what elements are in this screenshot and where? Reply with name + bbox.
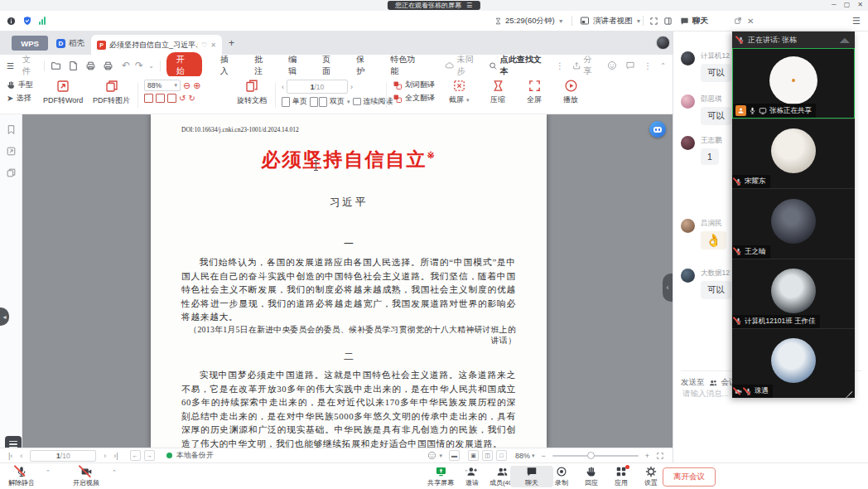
avatar[interactable] <box>681 219 695 233</box>
chat-popout-icon[interactable] <box>734 11 742 31</box>
maximize-button[interactable]: ▢ <box>844 0 851 10</box>
watching-banner[interactable]: 您正在观看张栋的屏幕 ☰ <box>388 1 480 10</box>
pdf-to-word-button[interactable]: PDF转Word <box>43 79 83 106</box>
pdf-page[interactable]: DOI:10.16634/j.cnki.cn23-1001/d.2024.14.… <box>151 114 547 448</box>
fit-page-icon[interactable] <box>144 94 153 103</box>
sticker-icon[interactable] <box>607 61 617 70</box>
print-preview-icon[interactable] <box>103 61 113 71</box>
comment-bubble-icon[interactable] <box>625 61 635 70</box>
open-file-icon[interactable] <box>51 61 61 71</box>
forward-icon[interactable]: → <box>144 450 155 461</box>
zoom-combobox[interactable]: 88%▾ <box>144 80 181 91</box>
export-icon[interactable] <box>6 146 17 157</box>
page-fit-icon[interactable]: ▣ <box>468 450 479 461</box>
unmute-button[interactable]: 解除静音 <box>0 466 43 487</box>
security-shield-icon[interactable] <box>22 11 32 31</box>
statusbar-page-box[interactable]: 1/10 <box>30 450 96 462</box>
new-tab-button[interactable]: + <box>229 37 234 49</box>
rotate-right-icon[interactable]: ↻ <box>188 94 195 103</box>
avatar[interactable] <box>681 136 695 150</box>
last-page-icon[interactable]: ›| <box>113 452 118 460</box>
tab-features[interactable]: 特色功能 <box>390 54 422 77</box>
favorite-icon[interactable]: ♡ <box>201 41 207 49</box>
resize-handle[interactable] <box>845 388 853 396</box>
zoom-slider[interactable] <box>552 455 639 457</box>
page-number-box[interactable]: 1/10 <box>287 80 348 94</box>
double-page-button[interactable]: 双页▾ <box>310 96 350 107</box>
tab-start[interactable]: 开始 <box>166 52 202 79</box>
user-avatar[interactable] <box>656 36 670 50</box>
share-button[interactable]: 分享 <box>572 54 599 77</box>
tab-docer[interactable]: D 稻壳 <box>56 36 84 51</box>
annotation-tools-button[interactable] <box>5 436 22 448</box>
collapse-panel-handle[interactable]: ‹ <box>663 274 673 302</box>
copy-icon[interactable] <box>6 167 17 178</box>
pdf-to-image-button[interactable]: PDF转图片 <box>93 79 130 106</box>
leave-meeting-button[interactable]: 离开会议 <box>663 467 716 487</box>
panel-menu-icon[interactable]: ☰ <box>852 11 861 31</box>
save-icon[interactable] <box>68 61 79 71</box>
fullscreen-button[interactable]: 全屏 <box>527 79 542 105</box>
video-tile-sharing[interactable]: 张栋正在共享 <box>732 48 855 119</box>
side-panel-icon[interactable] <box>663 11 673 31</box>
fullscreen-status-icon[interactable] <box>656 452 664 460</box>
prev-page-icon[interactable]: ‹ <box>20 452 22 460</box>
play-button[interactable]: 播放 <box>563 79 578 105</box>
bookmark-icon[interactable] <box>6 124 17 135</box>
word-translate-button[interactable]: 划词翻译 <box>393 80 435 90</box>
close-tab-icon[interactable]: ✕ <box>210 41 216 49</box>
avatar[interactable] <box>681 94 695 109</box>
wps-assistant-button[interactable] <box>649 121 666 138</box>
sync-status[interactable]: 未同步 <box>445 54 480 77</box>
video-grid-window[interactable]: 正在讲话: 张栋 ◢◣ 张栋正在共享 宋耀东 <box>732 31 855 398</box>
avatar[interactable] <box>681 269 695 283</box>
tab-protect[interactable]: 保护 <box>356 54 372 77</box>
redo-icon[interactable]: ↷ <box>135 60 143 71</box>
mic-options-caret[interactable]: ⌃ <box>46 469 51 476</box>
undo-icon[interactable]: ↶ <box>122 60 130 71</box>
zoom-slider-knob[interactable] <box>587 452 595 459</box>
start-video-button[interactable]: 开启视频 <box>65 466 108 487</box>
document-viewport[interactable]: DOI:10.16634/j.cnki.cn23-1001/d.2024.14.… <box>0 114 673 448</box>
statusbar-zoom-value[interactable]: 88% <box>515 452 530 460</box>
fullscreen-icon[interactable] <box>649 11 658 31</box>
zoom-in-button[interactable]: + <box>645 452 649 460</box>
chat-close-icon[interactable]: ✕ <box>747 11 754 31</box>
find-text-button[interactable]: 点此查找文本 <box>489 54 547 77</box>
banner-menu-icon[interactable]: ☰ <box>466 1 473 10</box>
fit-width-icon[interactable] <box>156 94 165 103</box>
rotate-left-icon[interactable]: ↺ <box>179 94 186 103</box>
tab-page[interactable]: 页面 <box>322 54 338 77</box>
video-tile[interactable]: 计算机12101班 王作佳 <box>732 259 855 328</box>
back-icon[interactable]: ← <box>130 450 141 461</box>
speaker-view-toggle[interactable]: 演讲者视图 ▼ <box>580 11 641 31</box>
hamburger-menu-icon[interactable]: ☰ <box>7 61 14 70</box>
minimize-button[interactable]: ─ <box>832 0 837 10</box>
hand-tool[interactable]: 手型 <box>7 80 33 90</box>
zoom-in-icon[interactable]: ⊕ <box>193 80 200 91</box>
collapse-ribbon-caret[interactable]: ⌃ <box>660 62 666 70</box>
overflow-icon[interactable]: ⋮ <box>644 61 652 70</box>
meeting-info-icon[interactable] <box>7 11 16 31</box>
tab-edit[interactable]: 编辑 <box>288 54 304 77</box>
width-fit-icon[interactable]: ◫ <box>482 450 493 461</box>
video-tile[interactable]: 宋耀东 <box>732 119 855 188</box>
tab-insert[interactable]: 插入 <box>220 54 236 77</box>
tab-comment[interactable]: 批注 <box>254 54 270 77</box>
eye-protect-toggle[interactable]: ▾ <box>427 451 442 460</box>
full-fit-icon[interactable]: □ <box>496 450 507 461</box>
zoom-out-button[interactable]: − <box>541 452 545 460</box>
wps-home-button[interactable]: WPS <box>12 36 48 51</box>
single-page-button[interactable]: 单页 <box>282 96 307 107</box>
compress-button[interactable]: 压缩 <box>490 79 505 105</box>
camera-options-caret[interactable]: ⌃ <box>112 469 117 476</box>
fit-selection-icon[interactable] <box>167 94 176 103</box>
screenshot-button[interactable]: 截屏▾ <box>449 79 470 105</box>
read-mode-icon[interactable]: ▬ <box>449 450 460 461</box>
file-menu[interactable]: 文件 <box>22 54 38 77</box>
more-options-icon[interactable]: ⋮ <box>556 61 564 70</box>
print-icon[interactable] <box>85 61 96 71</box>
speaking-header[interactable]: 正在讲话: 张栋 ◢◣ <box>732 31 855 48</box>
avatar[interactable] <box>681 51 695 65</box>
continuous-read-button[interactable]: 连续阅读 <box>353 96 393 107</box>
